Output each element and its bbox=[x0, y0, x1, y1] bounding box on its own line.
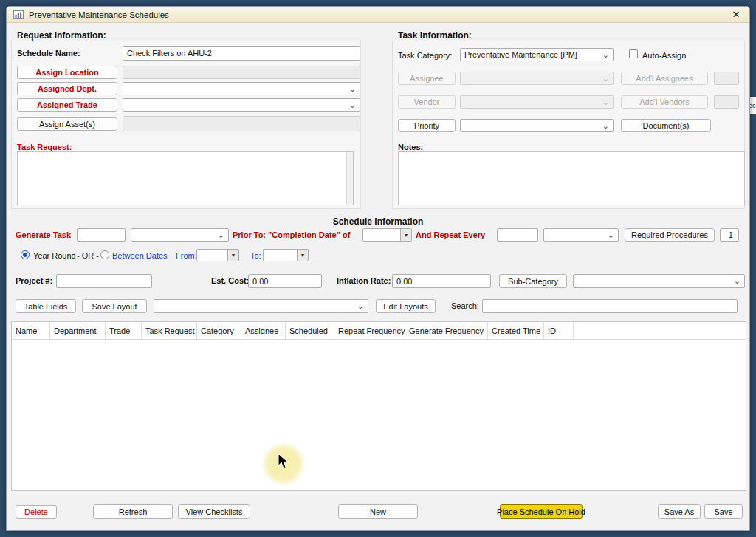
vendor-button: Vendor bbox=[398, 95, 456, 109]
delete-button[interactable]: Delete bbox=[16, 505, 57, 519]
generate-frequency-select[interactable]: ⌄ bbox=[131, 228, 229, 242]
vendor-select: ⌄ bbox=[460, 95, 614, 109]
task-request-textarea[interactable] bbox=[17, 151, 354, 205]
combo-arrow-icon: ▼ bbox=[297, 250, 308, 261]
edit-layouts-button[interactable]: Edit Layouts bbox=[376, 299, 436, 313]
window-title: Preventative Maintenance Schedules bbox=[29, 10, 169, 19]
generate-task-label: Generate Task bbox=[16, 230, 71, 239]
between-dates-radio[interactable] bbox=[100, 250, 109, 259]
inflation-rate-label: Inflation Rate: bbox=[337, 276, 391, 285]
addl-assignees-button: Add'l Assignees bbox=[621, 72, 708, 85]
assigned-location-field bbox=[123, 66, 360, 79]
year-round-label: Year Round bbox=[33, 251, 76, 260]
place-schedule-on-hold-button[interactable]: Place Schedule On Hold bbox=[500, 504, 583, 519]
from-date-select[interactable]: ▼ bbox=[196, 249, 239, 261]
request-info-heading: Request Information: bbox=[17, 30, 106, 41]
assigned-dept-select[interactable]: ⌄ bbox=[123, 82, 360, 95]
combo-arrow-icon: ▼ bbox=[227, 250, 238, 261]
year-round-radio[interactable] bbox=[21, 250, 30, 259]
assigned-dept-button[interactable]: Assigned Dept. bbox=[17, 82, 117, 95]
column-header-id[interactable]: ID bbox=[544, 322, 574, 339]
column-header-repeat-frequency[interactable]: Repeat Frequency bbox=[334, 322, 405, 339]
chevron-down-icon: ⌄ bbox=[357, 302, 368, 310]
save-as-button[interactable]: Save As bbox=[658, 504, 701, 519]
chevron-down-icon: ⌄ bbox=[218, 231, 228, 239]
est-cost-label: Est. Cost: bbox=[211, 276, 249, 285]
from-label: From: bbox=[176, 251, 197, 260]
assigned-trade-select[interactable]: ⌄ bbox=[123, 98, 360, 112]
save-layout-button[interactable]: Save Layout bbox=[82, 299, 147, 313]
to-label: To: bbox=[250, 251, 261, 260]
assignee-select: ⌄ bbox=[460, 72, 614, 85]
titlebar[interactable]: Preventative Maintenance Schedules ✕ bbox=[7, 7, 749, 23]
chevron-down-icon: ⌄ bbox=[602, 75, 613, 83]
project-number-input[interactable] bbox=[56, 274, 152, 288]
combo-arrow-icon: ▼ bbox=[400, 229, 411, 241]
to-date-select[interactable]: ▼ bbox=[263, 249, 309, 261]
auto-assign-label: Auto-Assign bbox=[642, 51, 686, 60]
assign-location-button[interactable]: Assign Location bbox=[17, 66, 117, 79]
table-header-row: Name Department Trade Task Request Categ… bbox=[12, 322, 746, 340]
est-cost-input[interactable] bbox=[248, 274, 322, 288]
repeat-every-label: And Repeat Every bbox=[416, 230, 485, 239]
priority-button[interactable]: Priority bbox=[398, 119, 456, 132]
documents-button[interactable]: Document(s) bbox=[621, 119, 711, 132]
table-fields-button[interactable]: Table Fields bbox=[16, 299, 76, 313]
chevron-down-icon: ⌄ bbox=[349, 101, 360, 109]
chevron-down-icon: ⌄ bbox=[608, 231, 618, 239]
column-header-assignee[interactable]: Assignee bbox=[241, 322, 286, 339]
column-header-name[interactable]: Name bbox=[12, 322, 50, 339]
chevron-down-icon: ⌄ bbox=[602, 51, 613, 59]
chevron-down-icon: ⌄ bbox=[602, 98, 613, 106]
assign-assets-button[interactable]: Assign Asset(s) bbox=[17, 117, 117, 131]
between-dates-label: Between Dates bbox=[112, 251, 168, 260]
column-header-generate-frequency[interactable]: Generate Frequency bbox=[405, 322, 488, 339]
prior-to-label: Prior To: "Completion Date" of bbox=[233, 230, 350, 239]
desktop-background: ec Preventative Maintenance Schedules ✕ … bbox=[0, 0, 756, 537]
required-procedures-button[interactable]: Required Procedures bbox=[625, 228, 715, 242]
column-header-category[interactable]: Category bbox=[197, 322, 241, 339]
project-number-label: Project #: bbox=[16, 276, 52, 285]
layout-select[interactable]: ⌄ bbox=[154, 299, 368, 313]
search-label: Search: bbox=[451, 301, 479, 310]
app-icon bbox=[13, 10, 24, 20]
sub-category-button[interactable]: Sub-Category bbox=[499, 274, 567, 288]
refresh-button[interactable]: Refresh bbox=[93, 504, 173, 519]
repeat-every-input[interactable] bbox=[497, 228, 538, 242]
chevron-down-icon: ⌄ bbox=[602, 122, 613, 130]
notes-label: Notes: bbox=[398, 143, 423, 151]
search-input[interactable] bbox=[482, 299, 738, 313]
column-header-scheduled[interactable]: Scheduled bbox=[286, 322, 334, 339]
assigned-assets-field bbox=[123, 116, 360, 131]
column-header-department[interactable]: Department bbox=[50, 322, 106, 339]
schedule-name-input[interactable] bbox=[123, 46, 360, 61]
task-category-select[interactable]: Preventative Maintenance [PM] ⌄ bbox=[460, 48, 614, 61]
task-request-label: Task Request: bbox=[17, 143, 72, 151]
save-button[interactable]: Save bbox=[704, 504, 743, 519]
auto-assign-checkbox[interactable] bbox=[629, 49, 638, 58]
task-request-scrollbar[interactable] bbox=[346, 152, 353, 205]
new-button[interactable]: New bbox=[338, 504, 418, 519]
column-header-created-time[interactable]: Created Time bbox=[488, 322, 544, 339]
inflation-rate-input[interactable] bbox=[392, 274, 491, 288]
column-header-task-request[interactable]: Task Request bbox=[142, 322, 197, 339]
close-icon[interactable]: ✕ bbox=[729, 8, 743, 21]
addl-vendors-button: Add'l Vendors bbox=[621, 95, 708, 109]
schedule-info-heading: Schedule Information bbox=[7, 216, 749, 227]
repeat-units-select[interactable]: ⌄ bbox=[543, 228, 619, 242]
table-body-empty bbox=[12, 340, 746, 490]
or-label: - OR - bbox=[77, 251, 99, 260]
notes-textarea[interactable] bbox=[398, 151, 745, 205]
pm-schedules-window: Preventative Maintenance Schedules ✕ Req… bbox=[6, 6, 750, 531]
sub-category-select[interactable]: ⌄ bbox=[573, 274, 745, 288]
chevron-down-icon: ⌄ bbox=[349, 85, 360, 93]
prior-to-select[interactable]: ▼ bbox=[362, 228, 412, 242]
assignee-button: Assignee bbox=[398, 72, 456, 85]
assigned-trade-button[interactable]: Assigned Trade bbox=[17, 98, 117, 112]
task-info-heading: Task Information: bbox=[398, 30, 472, 41]
generate-task-input[interactable] bbox=[77, 228, 126, 242]
chevron-down-icon: ⌄ bbox=[734, 277, 744, 285]
view-checklists-button[interactable]: View Checklists bbox=[178, 504, 250, 519]
priority-select[interactable]: ⌄ bbox=[460, 119, 614, 132]
column-header-trade[interactable]: Trade bbox=[106, 322, 142, 339]
